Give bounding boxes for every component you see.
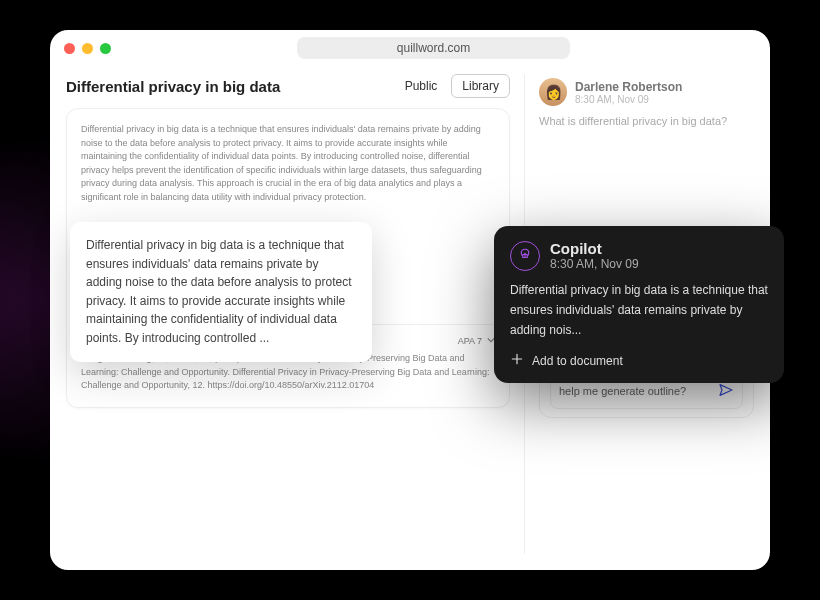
close-window-button[interactable] <box>64 43 75 54</box>
add-to-document-button[interactable]: Add to document <box>510 352 768 369</box>
copilot-header: Copilot 8:30 AM, Nov 09 <box>510 240 768 271</box>
tab-public[interactable]: Public <box>399 75 444 97</box>
user-meta: Darlene Robertson 8:30 AM, Nov 09 <box>575 80 682 105</box>
document-body: Differential privacy in big data is a te… <box>81 123 495 204</box>
copilot-card: Copilot 8:30 AM, Nov 09 Differential pri… <box>494 226 784 383</box>
add-to-document-label: Add to document <box>532 354 623 368</box>
hover-excerpt-card: Differential privacy in big data is a te… <box>70 222 372 362</box>
address-bar-wrap: quillword.com <box>111 37 756 59</box>
maximize-window-button[interactable] <box>100 43 111 54</box>
hover-excerpt-text: Differential privacy in big data is a te… <box>86 238 352 345</box>
window-controls <box>64 43 111 54</box>
tab-library[interactable]: Library <box>451 74 510 98</box>
copilot-meta: Copilot 8:30 AM, Nov 09 <box>550 240 639 271</box>
copilot-icon <box>510 241 540 271</box>
document-header: Differential privacy in big data Public … <box>66 74 510 98</box>
copilot-body: Differential privacy in big data is a te… <box>510 281 768 340</box>
copilot-title: Copilot <box>550 240 639 257</box>
user-message-body: What is differential privacy in big data… <box>539 114 754 129</box>
address-bar[interactable]: quillword.com <box>297 37 570 59</box>
visibility-tabs: Public Library <box>399 74 510 98</box>
app-window: quillword.com Differential privacy in bi… <box>50 30 770 570</box>
citation-style-selector[interactable]: APA 7 <box>458 336 495 346</box>
avatar: 👩 <box>539 78 567 106</box>
citation-style-label: APA 7 <box>458 336 482 346</box>
user-name: Darlene Robertson <box>575 80 682 94</box>
copilot-time: 8:30 AM, Nov 09 <box>550 257 639 271</box>
titlebar: quillword.com <box>50 30 770 66</box>
send-icon[interactable] <box>718 382 734 400</box>
prompt-input-text: help me generate outline? <box>559 385 686 397</box>
plus-icon <box>510 352 524 369</box>
minimize-window-button[interactable] <box>82 43 93 54</box>
user-message-header: 👩 Darlene Robertson 8:30 AM, Nov 09 <box>539 78 754 106</box>
user-message-time: 8:30 AM, Nov 09 <box>575 94 682 105</box>
document-title: Differential privacy in big data <box>66 78 280 95</box>
